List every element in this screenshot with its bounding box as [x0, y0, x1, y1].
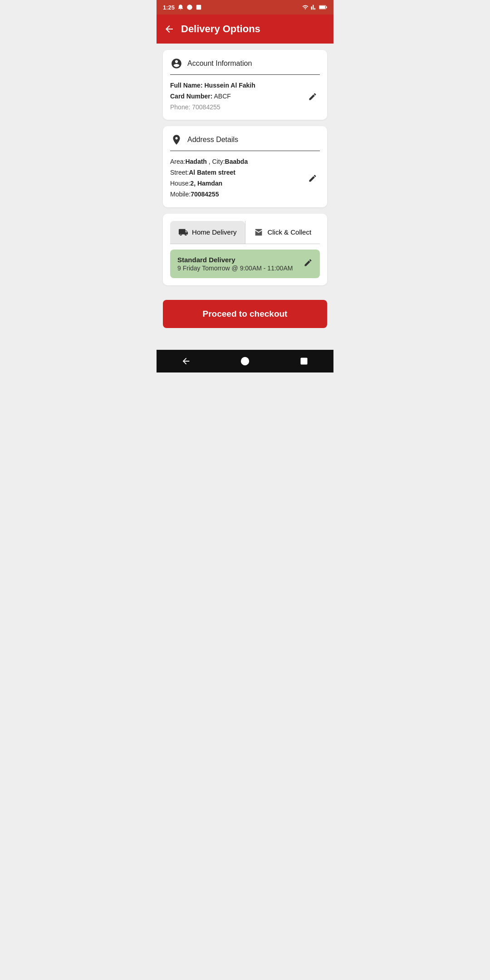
nav-home-circle-icon — [240, 356, 250, 366]
location-pin-icon — [170, 133, 183, 146]
account-edit-button[interactable] — [305, 89, 320, 104]
svg-rect-4 — [319, 6, 325, 9]
home-delivery-tab-label: Home Delivery — [192, 228, 236, 236]
svg-rect-1 — [196, 5, 201, 10]
edit-pencil-icon — [308, 92, 317, 101]
account-info-body: Full Name: Hussein Al Fakih Card Number:… — [170, 80, 320, 113]
svg-point-0 — [187, 5, 192, 10]
account-card-header: Account Information — [170, 57, 320, 75]
address-mobile-line: Mobile:70084255 — [170, 189, 320, 200]
account-phone-line: Phone: 70084255 — [170, 102, 320, 113]
status-bar: 1:25 — [157, 0, 333, 15]
svg-rect-3 — [326, 6, 327, 8]
nav-recents-icon — [299, 357, 309, 366]
click-collect-tab-label: Click & Collect — [267, 228, 311, 236]
notif-icon-2 — [186, 4, 193, 10]
address-area-city-line: Area:Hadath , City:Baabda — [170, 157, 320, 167]
svg-rect-6 — [301, 358, 308, 364]
store-icon — [254, 227, 264, 237]
status-time: 1:25 — [163, 4, 175, 11]
nav-home-button[interactable] — [231, 352, 259, 370]
home-delivery-tab[interactable]: Home Delivery — [170, 221, 245, 244]
address-street-line: Street:Al Batem street — [170, 167, 320, 178]
account-full-name-line: Full Name: Hussein Al Fakih — [170, 80, 320, 91]
bottom-nav-bar — [157, 350, 333, 372]
svg-point-5 — [241, 357, 249, 365]
address-info-body: Area:Hadath , City:Baabda Street:Al Bate… — [170, 157, 320, 200]
delivery-edit-pencil-icon — [304, 258, 313, 267]
proceed-to-checkout-button[interactable]: Proceed to checkout — [163, 300, 327, 328]
wifi-icon — [302, 4, 309, 10]
delivery-tabs: Home Delivery Click & Collect — [170, 221, 320, 244]
delivery-truck-icon — [178, 227, 188, 237]
delivery-options-card: Home Delivery Click & Collect Standard D… — [163, 214, 327, 285]
notif-icon-1 — [177, 4, 184, 10]
nav-back-icon — [181, 356, 191, 366]
page-title: Delivery Options — [181, 23, 260, 35]
status-icons — [302, 4, 327, 10]
nav-back-button[interactable] — [172, 352, 200, 370]
delivery-info-box: Standard Delivery 9 Friday Tomorrow @ 9:… — [170, 250, 320, 278]
account-circle-icon — [170, 57, 183, 70]
signal-icon — [311, 4, 317, 10]
account-card-number-line: Card Number: ABCF — [170, 91, 320, 102]
app-header: Delivery Options — [157, 15, 333, 44]
bottom-spacer — [163, 334, 327, 343]
delivery-info-text: Standard Delivery 9 Friday Tomorrow @ 9:… — [177, 256, 293, 272]
address-edit-button[interactable] — [305, 171, 320, 186]
account-info-card: Account Information Full Name: Hussein A… — [163, 50, 327, 120]
address-card-header: Address Details — [170, 133, 320, 151]
status-left: 1:25 — [163, 4, 202, 11]
address-edit-pencil-icon — [308, 174, 317, 183]
address-details-card: Address Details Area:Hadath , City:Baabd… — [163, 126, 327, 207]
address-house-line: House:2, Hamdan — [170, 178, 320, 189]
back-arrow-icon — [164, 24, 175, 34]
click-collect-tab[interactable]: Click & Collect — [245, 221, 320, 244]
nav-recents-button[interactable] — [290, 352, 318, 370]
account-info-title: Account Information — [187, 59, 252, 68]
address-details-title: Address Details — [187, 136, 238, 144]
notif-icon-3 — [196, 4, 202, 10]
delivery-type: Standard Delivery — [177, 256, 293, 264]
delivery-info-edit-button[interactable] — [304, 258, 313, 269]
delivery-schedule: 9 Friday Tomorrow @ 9:00AM - 11:00AM — [177, 265, 293, 272]
back-button[interactable] — [164, 24, 175, 34]
battery-icon — [319, 5, 327, 10]
main-content: Account Information Full Name: Hussein A… — [157, 44, 333, 350]
